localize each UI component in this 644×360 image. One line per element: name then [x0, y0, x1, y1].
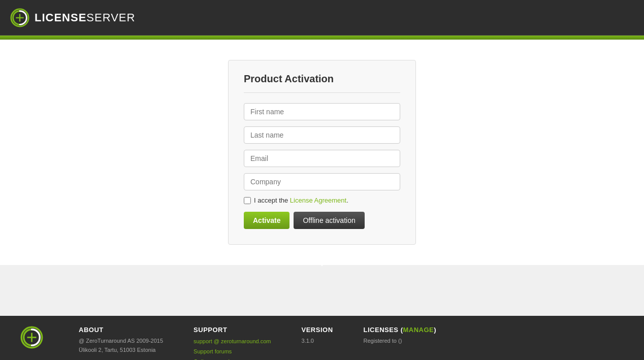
license-agreement-row: I accept the License Agreement.	[244, 197, 400, 204]
company-input[interactable]	[244, 173, 400, 190]
logo-license: LICENSE	[35, 11, 86, 24]
offline-activation-button[interactable]: Offline activation	[294, 212, 364, 229]
footer-version: VERSION 3.1.0	[302, 326, 333, 346]
footer-about-title: ABOUT	[79, 326, 163, 334]
footer-licenses-registered: Registered to ()	[364, 337, 437, 346]
email-input[interactable]	[244, 150, 400, 167]
activate-button[interactable]: Activate	[244, 212, 289, 229]
first-name-input[interactable]	[244, 103, 400, 120]
last-name-group	[244, 126, 400, 144]
footer-logo-section	[20, 326, 48, 349]
card-title: Product Activation	[244, 73, 400, 93]
footer-support-title: SUPPORT	[194, 326, 271, 334]
license-agreement-checkbox[interactable]	[244, 197, 251, 204]
first-name-group	[244, 103, 400, 120]
footer-version-number: 3.1.0	[302, 337, 333, 346]
footer-support-email[interactable]: support @ zeroturnaround.com	[194, 337, 271, 347]
header: LICENSESERVER	[0, 0, 644, 36]
below-content	[0, 265, 644, 316]
buttons-row: Activate Offline activation	[244, 212, 400, 229]
email-group	[244, 150, 400, 167]
footer-about-line2: Ülikooli 2, Tartu, 51003 Estonia	[79, 346, 163, 355]
logo-text: LICENSESERVER	[35, 11, 135, 24]
last-name-input[interactable]	[244, 126, 400, 144]
logo-server: SERVER	[86, 11, 135, 24]
accent-bar	[0, 36, 644, 40]
checkbox-label: I accept the License Agreement.	[254, 197, 348, 204]
main-content: Product Activation I accept the License …	[0, 40, 644, 265]
activation-card: Product Activation I accept the License …	[228, 60, 416, 245]
footer-support: SUPPORT support @ zeroturnaround.com Sup…	[194, 326, 271, 360]
company-group	[244, 173, 400, 190]
footer-about-line1: @ ZeroTurnaround AS 2009-2015	[79, 337, 163, 346]
chevron-icon	[315, 259, 329, 266]
license-agreement-link[interactable]: License Agreement	[290, 197, 346, 204]
footer-about: ABOUT @ ZeroTurnaround AS 2009-2015 Ülik…	[79, 326, 163, 354]
logo-icon	[10, 8, 29, 27]
footer-licenses: LICENSES (MANAGE) Registered to ()	[364, 326, 437, 346]
footer-support-manual[interactable]: Online manual	[194, 357, 271, 360]
footer: ABOUT @ ZeroTurnaround AS 2009-2015 Ülik…	[0, 316, 644, 360]
logo-container: LICENSESERVER	[10, 8, 135, 27]
footer-version-title: VERSION	[302, 326, 333, 334]
footer-licenses-manage-link[interactable]: MANAGE	[403, 326, 434, 334]
footer-licenses-title: LICENSES (MANAGE)	[364, 326, 437, 334]
footer-support-forums[interactable]: Support forums	[194, 347, 271, 357]
footer-logo-icon	[20, 326, 43, 349]
